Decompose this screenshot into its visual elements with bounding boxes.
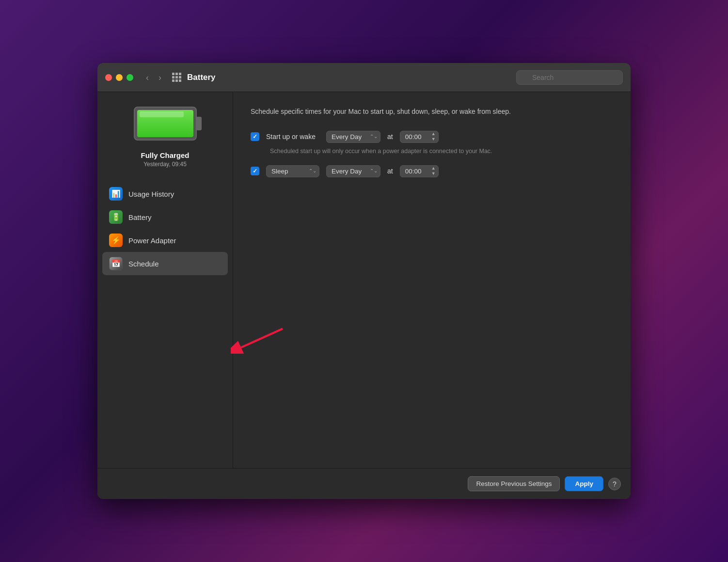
sidebar-label-usage-history: Usage History	[128, 190, 174, 198]
sidebar-item-schedule[interactable]: 📅 Schedule	[102, 252, 228, 275]
sidebar: Fully Charged Yesterday, 09:45 📊 Usage H…	[97, 92, 233, 468]
battery-time: Yesterday, 09:45	[143, 161, 187, 168]
apply-button[interactable]: Apply	[565, 476, 603, 491]
minimize-button[interactable]	[116, 74, 123, 81]
bottom-bar: Restore Previous Settings Apply ?	[97, 468, 631, 499]
maximize-button[interactable]	[127, 74, 133, 81]
grid-icon[interactable]	[172, 73, 181, 82]
sidebar-item-usage-history[interactable]: 📊 Usage History	[102, 182, 228, 205]
startup-time-wrapper: ▲ ▼	[400, 131, 439, 143]
search-input[interactable]	[516, 70, 623, 85]
back-button[interactable]: ‹	[143, 72, 152, 83]
forward-button[interactable]: ›	[156, 72, 164, 83]
startup-time-down[interactable]: ▼	[430, 137, 437, 142]
sidebar-label-power-adapter: Power Adapter	[128, 236, 176, 245]
search-wrapper: 🔍	[516, 70, 623, 85]
schedule-row-1: Start up or wake Every Day Weekdays Week…	[251, 131, 613, 143]
startup-day-select[interactable]: Every Day Weekdays Weekends Monday Tuesd…	[326, 131, 380, 143]
sleep-time-wrapper: ▲ ▼	[400, 165, 439, 177]
startup-checkbox[interactable]	[251, 132, 259, 141]
sleep-at-label: at	[387, 167, 393, 175]
sidebar-label-battery: Battery	[128, 213, 152, 221]
sleep-day-wrapper: Every Day Weekdays Weekends Monday Tuesd…	[326, 165, 380, 177]
sleep-time-up[interactable]: ▲	[430, 166, 437, 171]
sidebar-item-battery[interactable]: 🔋 Battery	[102, 205, 228, 229]
startup-time-up[interactable]: ▲	[430, 131, 437, 137]
schedule-note: Scheduled start up will only occur when …	[270, 148, 613, 155]
power-adapter-icon: ⚡	[109, 234, 123, 247]
schedule-row-2: Sleep Restart Shut Down Every Day Weekda…	[251, 165, 613, 177]
startup-time-stepper: ▲ ▼	[430, 131, 437, 142]
sleep-day-select[interactable]: Every Day Weekdays Weekends Monday Tuesd…	[326, 165, 380, 177]
sleep-time-stepper: ▲ ▼	[430, 166, 437, 176]
traffic-lights	[105, 74, 133, 81]
sleep-action-wrapper: Sleep Restart Shut Down	[266, 165, 319, 177]
nav-buttons: ‹ ›	[143, 72, 164, 83]
battery-icon-container	[134, 107, 197, 140]
sleep-checkbox[interactable]	[251, 167, 259, 175]
sidebar-item-power-adapter[interactable]: ⚡ Power Adapter	[102, 229, 228, 252]
startup-at-label: at	[387, 133, 393, 140]
description: Schedule specific times for your Mac to …	[251, 107, 561, 117]
restore-button[interactable]: Restore Previous Settings	[468, 476, 560, 491]
titlebar: ‹ › Battery 🔍	[97, 63, 631, 92]
battery-visual	[134, 107, 197, 140]
usage-history-icon: 📊	[109, 187, 123, 201]
schedule-icon: 📅	[109, 257, 123, 270]
window-title: Battery	[187, 73, 516, 82]
sidebar-label-schedule: Schedule	[128, 260, 159, 268]
battery-shine	[140, 111, 184, 117]
close-button[interactable]	[105, 74, 112, 81]
startup-label: Start up or wake	[266, 133, 319, 140]
help-button[interactable]: ?	[608, 478, 621, 490]
startup-day-wrapper: Every Day Weekdays Weekends Monday Tuesd…	[326, 131, 380, 143]
battery-icon: 🔋	[109, 210, 123, 224]
battery-status: Fully Charged	[141, 151, 189, 159]
sleep-time-down[interactable]: ▼	[430, 171, 437, 176]
sleep-action-select[interactable]: Sleep Restart Shut Down	[266, 165, 319, 177]
main-panel: Schedule specific times for your Mac to …	[233, 92, 631, 468]
sidebar-items: 📊 Usage History 🔋 Battery ⚡ Power Adapte…	[97, 182, 233, 275]
